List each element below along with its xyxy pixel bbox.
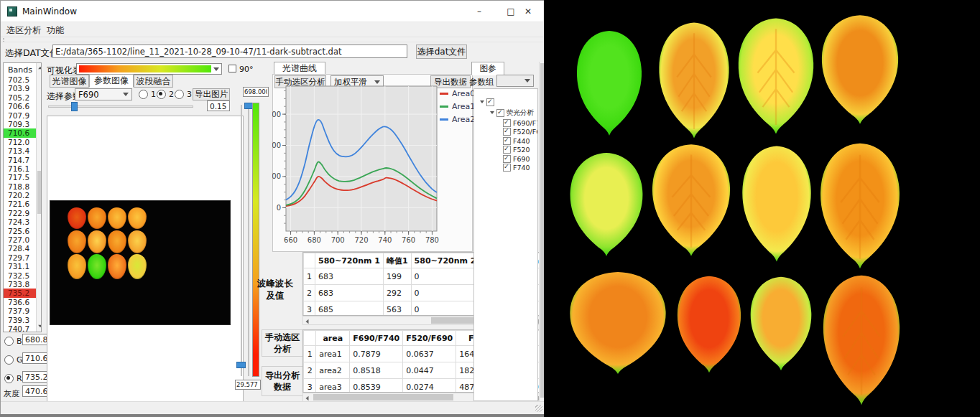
table-cell[interactable]: area3 [316, 379, 350, 393]
band-item[interactable]: 736.6 [4, 298, 36, 306]
row-number[interactable]: 2 [304, 285, 315, 301]
view-radio-2[interactable]: 2 [157, 90, 174, 99]
tree-checkbox[interactable] [486, 98, 494, 106]
band-item[interactable]: 727.0 [4, 235, 36, 244]
rotate-90-checkbox[interactable] [228, 65, 236, 72]
scroll-left-icon[interactable] [305, 319, 309, 324]
view-radio-3[interactable]: 3 [175, 90, 192, 99]
band-item[interactable]: 705.2 [4, 93, 36, 102]
analysis-scroll-thumb[interactable] [313, 394, 453, 400]
export-image-button[interactable]: 导出图片 [193, 88, 230, 100]
table-cell[interactable]: 199 [383, 268, 411, 285]
scale-max-field[interactable] [243, 87, 269, 97]
radio-1[interactable] [139, 90, 148, 99]
band-item[interactable]: 740.7 [4, 324, 36, 332]
column-header[interactable]: 峰值1 [383, 253, 411, 268]
colormap-combo[interactable] [76, 63, 222, 75]
table-cell[interactable]: 563 [383, 301, 411, 317]
tree-item-root[interactable] [480, 98, 494, 106]
menu-item-region-analysis[interactable]: 选区分析 [6, 24, 41, 37]
column-header[interactable] [304, 331, 316, 346]
radio-b[interactable] [4, 337, 14, 346]
scroll-left-icon[interactable] [305, 395, 309, 401]
tree-checkbox[interactable] [503, 137, 511, 145]
tab-parameter-image[interactable]: 参数图像 [89, 74, 134, 88]
scale-min-field[interactable] [235, 380, 261, 390]
table-cell[interactable]: 0.7879 [350, 346, 403, 362]
band-item[interactable]: 731.1 [4, 262, 36, 271]
tree-item-f690[interactable]: F690 [503, 154, 530, 163]
radio-2[interactable] [157, 90, 166, 99]
table-cell[interactable]: area1 [316, 346, 350, 362]
tree-item-f740[interactable]: F740 [503, 164, 530, 172]
table-cell[interactable]: 683 [315, 268, 384, 285]
view-radio-1[interactable]: 1 [139, 90, 156, 99]
close-button[interactable]: ✕ [513, 1, 543, 22]
column-header[interactable]: area [316, 331, 350, 346]
band-item[interactable]: 713.4 [4, 146, 36, 155]
table-cell[interactable]: 0.0447 [403, 362, 456, 379]
band-item[interactable]: 716.1 [4, 164, 36, 173]
band-item[interactable]: 709.3 [4, 120, 36, 128]
band-item[interactable]: 735.2 [4, 289, 36, 297]
table-cell[interactable]: 0 [411, 301, 479, 317]
tree-item-fluorescence-group[interactable]: 荧光分析 [490, 108, 534, 117]
band-item[interactable]: 703.9 [4, 84, 36, 93]
band-item[interactable]: 718.8 [4, 182, 36, 191]
export-analysis-label[interactable]: 导出分析 数据 [262, 366, 303, 396]
scale-slider-track-high[interactable] [248, 105, 249, 376]
band-item[interactable]: 721.6 [4, 200, 36, 208]
band-item[interactable]: 720.2 [4, 191, 36, 200]
tree-checkbox[interactable] [503, 146, 511, 154]
column-header[interactable]: 580~720nm 1 [315, 253, 384, 268]
band-item[interactable]: 702.5 [4, 75, 36, 84]
row-number[interactable]: 1 [304, 346, 316, 362]
band-item[interactable]: 739.3 [4, 316, 36, 324]
table-cell[interactable]: 0 [411, 285, 479, 301]
radio-r[interactable] [4, 374, 14, 383]
band-item[interactable]: 725.6 [4, 227, 36, 235]
scale-min-handle[interactable] [236, 362, 246, 368]
band-item[interactable]: 732.5 [4, 271, 36, 280]
menu-item-functions[interactable]: 功能 [47, 24, 64, 37]
band-item[interactable]: 724.3 [4, 217, 36, 226]
bands-scrollbar[interactable] [36, 63, 42, 332]
band-item[interactable]: 729.7 [4, 253, 36, 262]
table-cell[interactable]: 0 [411, 268, 479, 285]
table-cell[interactable]: 685 [315, 301, 384, 317]
tab-band-fusion[interactable]: 波段融合 [134, 75, 173, 88]
scroll-up-icon[interactable] [37, 66, 42, 70]
band-item[interactable]: 706.6 [4, 102, 36, 111]
band-item[interactable]: 712.0 [4, 138, 36, 146]
bands-scroll-thumb[interactable] [37, 171, 42, 214]
threshold-slider-track[interactable] [48, 106, 193, 108]
band-item[interactable]: 728.4 [4, 244, 36, 253]
scroll-down-icon[interactable] [37, 324, 42, 328]
threshold-field[interactable] [207, 100, 230, 111]
param-group-combo[interactable] [496, 75, 534, 87]
tree-item-f690-f740[interactable]: F690/F740 [503, 118, 538, 127]
column-header[interactable] [304, 253, 315, 268]
column-header[interactable]: F690/F740 [350, 331, 403, 346]
choose-dat-button[interactable]: 选择dat文件 [416, 44, 467, 59]
table-cell[interactable]: 0.8518 [350, 362, 403, 379]
table-cell[interactable]: 0.0637 [403, 346, 456, 362]
scale-slider-track-low[interactable] [241, 105, 242, 376]
table-cell[interactable]: 0.0274 [403, 379, 456, 393]
tree-checkbox[interactable] [503, 128, 511, 136]
table-cell[interactable]: 0.8539 [350, 379, 403, 393]
row-number[interactable]: 2 [304, 362, 316, 379]
tree-expander-icon[interactable] [480, 100, 484, 103]
tree-checkbox[interactable] [503, 164, 511, 172]
band-item[interactable]: 714.7 [4, 156, 36, 164]
column-header[interactable]: 580~720nm 2 [411, 253, 479, 268]
band-item[interactable]: 710.6 [4, 128, 36, 137]
tab-image-params[interactable]: 图参 [471, 62, 504, 75]
tree-item-f440[interactable]: F440 [503, 136, 530, 145]
radio-3[interactable] [175, 90, 184, 99]
table-cell[interactable]: 683 [315, 285, 384, 301]
table-cell[interactable]: area2 [316, 362, 350, 379]
tree-checkbox[interactable] [503, 119, 511, 127]
threshold-slider-handle[interactable] [71, 102, 78, 111]
row-number[interactable]: 3 [304, 379, 316, 393]
